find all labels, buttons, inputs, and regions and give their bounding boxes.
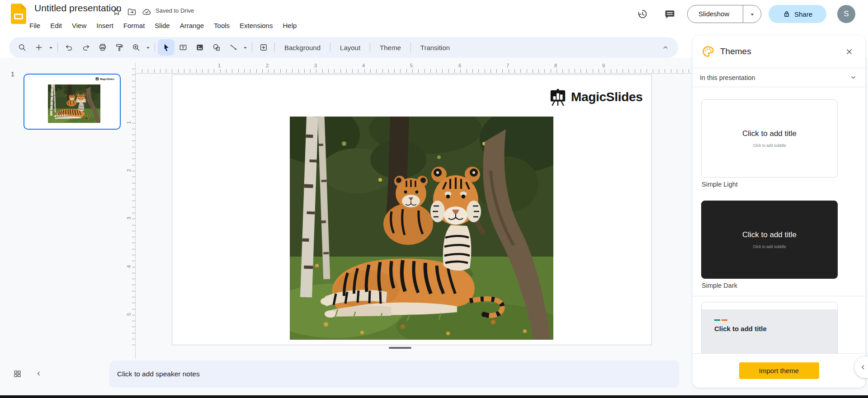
h-ruler-number: 7 [506, 63, 509, 68]
document-title[interactable]: Untitled presentation [34, 3, 122, 14]
thumbnail-tiger-image [48, 84, 100, 123]
themes-divider [693, 296, 865, 296]
comments-icon[interactable] [662, 6, 677, 22]
slide-thumbnail[interactable]: MagicSlides [24, 74, 121, 130]
vertical-ruler: 1 2 3 4 5 [126, 63, 136, 359]
share-button[interactable]: Share [769, 5, 826, 23]
grid-view-button[interactable] [10, 366, 24, 381]
slideshow-label: Slideshow [698, 10, 729, 18]
zoom-button[interactable] [127, 39, 144, 56]
slideshow-divider [743, 5, 743, 23]
select-tool-button[interactable] [158, 39, 175, 56]
menu-slide[interactable]: Slide [150, 20, 175, 31]
logo-inner-rect [14, 14, 23, 19]
magicslides-logo-text: MagicSlides [571, 90, 643, 104]
toolbar-divider [155, 42, 155, 52]
menu-format[interactable]: Format [118, 20, 150, 31]
menu-view[interactable]: View [67, 20, 91, 31]
google-slides-app: Untitled presentation Saved to Drive Fil… [0, 0, 868, 398]
menu-file[interactable]: File [24, 20, 45, 31]
magicslides-logo[interactable]: MagicSlides [549, 89, 643, 106]
paint-format-button[interactable] [111, 39, 127, 56]
v-ruler-number: 4 [126, 263, 132, 270]
version-history-icon[interactable] [635, 6, 650, 22]
themes-panel-title: Themes [720, 47, 751, 56]
canvas-scrollbar-thumb[interactable] [389, 347, 411, 349]
move-folder-icon[interactable] [126, 6, 137, 17]
insert-image-button[interactable] [191, 39, 208, 56]
theme-button[interactable]: Theme [373, 39, 408, 56]
menu-insert[interactable]: Insert [91, 20, 118, 31]
print-button[interactable] [94, 39, 111, 56]
new-slide-button[interactable] [30, 39, 47, 56]
menu-edit[interactable]: Edit [45, 20, 67, 31]
themes-panel-header: Themes [693, 35, 865, 68]
line-caret-down-icon[interactable] [241, 39, 249, 56]
toolbar-divider [252, 42, 252, 52]
undo-button[interactable] [61, 39, 77, 56]
toolbar-divider [57, 42, 58, 52]
slides-logo[interactable] [11, 4, 26, 24]
h-ruler-number: 6 [458, 63, 461, 68]
account-avatar[interactable]: S [837, 5, 855, 23]
v-ruler-number: 2 [126, 167, 132, 173]
slide-editor[interactable]: MagicSlides [172, 75, 652, 345]
text-box-button[interactable] [175, 39, 191, 56]
toolbar-divider [410, 42, 411, 52]
themes-filter-row[interactable]: In this presentation [693, 68, 865, 87]
zoom-caret-down-icon[interactable] [144, 39, 152, 56]
theme-name: Simple Dark [702, 282, 857, 290]
h-ruler-number: 8 [554, 63, 557, 68]
h-ruler-number: 5 [410, 63, 413, 68]
saved-status[interactable]: Saved to Drive [156, 7, 194, 14]
menu-help[interactable]: Help [278, 20, 302, 31]
slideshow-button[interactable]: Slideshow [687, 5, 761, 23]
theme-preview-body: Click to add title Click to add subtitle [702, 309, 837, 354]
menu-tools[interactable]: Tools [209, 20, 235, 31]
logo-fold [21, 4, 26, 9]
background-button[interactable]: Background [278, 39, 327, 56]
star-icon[interactable] [111, 6, 122, 17]
search-menus-button[interactable] [14, 39, 30, 56]
layout-button[interactable]: Layout [333, 39, 367, 56]
themes-panel-footer: Import theme [693, 354, 865, 387]
palette-icon [702, 45, 714, 58]
new-slide-caret-down-icon[interactable] [47, 39, 55, 56]
theme-card-partial[interactable]: Click to add title Click to add subtitle [701, 302, 838, 354]
thumbnail-magicslides-logo: MagicSlides [95, 77, 114, 81]
slideshow-caret-down-icon[interactable] [748, 11, 756, 18]
vertical-ruler-ticks [132, 69, 135, 349]
insert-shape-button[interactable] [208, 39, 225, 56]
redo-button[interactable] [77, 39, 94, 56]
toolbar-divider [370, 42, 370, 52]
theme-preview-title: Click to add title [742, 230, 797, 239]
import-theme-button[interactable]: Import theme [739, 362, 819, 379]
v-ruler-number: 1 [126, 119, 132, 126]
menu-extensions[interactable]: Extensions [235, 20, 278, 31]
close-panel-button[interactable] [841, 43, 857, 60]
magicslides-board-icon [549, 89, 567, 106]
speaker-notes-input[interactable]: Click to add speaker notes [109, 361, 679, 388]
theme-preview-title: Click to add title [742, 129, 797, 138]
collapse-filmstrip-button[interactable] [32, 366, 46, 381]
toolbar-divider [274, 42, 275, 52]
cloud-saved-icon[interactable] [141, 6, 152, 17]
h-ruler-number: 3 [314, 63, 317, 68]
theme-simple-dark[interactable]: Click to add title Click to add subtitle [701, 201, 838, 279]
themes-list: Click to add title Click to add subtitle… [693, 87, 865, 354]
theme-simple-light[interactable]: Click to add title Click to add subtitle [701, 99, 838, 178]
window-bottom-bar [0, 395, 868, 398]
theme-preview-strip [702, 302, 837, 309]
insert-comment-button[interactable] [255, 39, 272, 56]
transition-button[interactable]: Transition [414, 39, 457, 56]
toolbar-divider [330, 42, 330, 52]
theme-name: Simple Light [702, 181, 857, 189]
h-ruler-number: 9 [602, 63, 605, 68]
tiger-photo[interactable] [290, 117, 553, 340]
horizontal-ruler-ticks [142, 69, 691, 73]
menu-arrange[interactable]: Arrange [175, 20, 209, 31]
insert-line-button[interactable] [225, 39, 241, 56]
themes-panel: Themes In this presentation Click to add… [693, 35, 865, 388]
collapse-toolbar-button[interactable] [657, 39, 674, 56]
lock-icon [783, 10, 791, 18]
